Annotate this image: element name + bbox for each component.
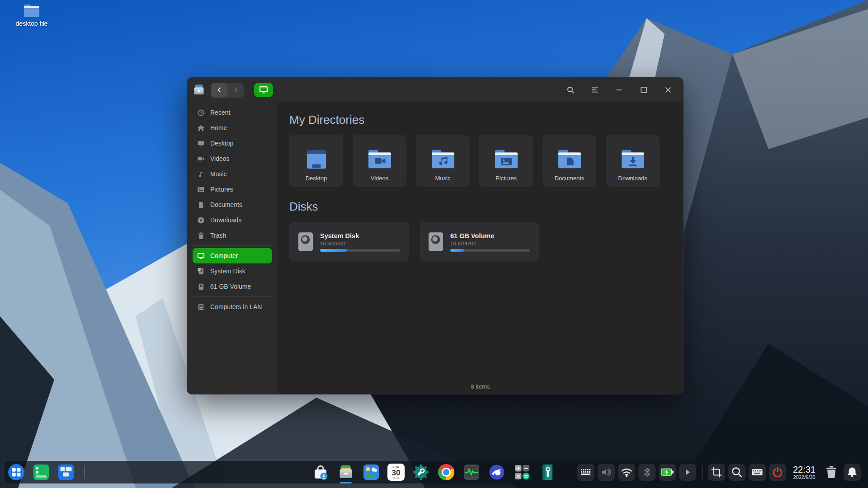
downloads-folder-icon — [619, 148, 647, 171]
document-icon — [197, 201, 205, 209]
sidebar-item-home[interactable]: Home — [193, 120, 272, 136]
sidebar-label: Music — [210, 170, 227, 178]
file-manager-window: Recent Home Desktop Videos Music — [187, 77, 684, 394]
shutdown-button[interactable] — [769, 464, 786, 481]
maximize-button[interactable] — [634, 82, 653, 98]
maximize-icon — [640, 86, 648, 94]
launcher-button[interactable] — [7, 463, 25, 481]
wifi-button[interactable] — [618, 464, 635, 481]
directory-label: Videos — [371, 175, 389, 182]
calendar-button[interactable]: JUN 30 THUR — [387, 464, 405, 481]
browser-button[interactable] — [488, 463, 506, 481]
sidebar-item-61gb-volume[interactable]: 61 GB Volume — [193, 279, 272, 294]
directory-label: Desktop — [306, 175, 327, 182]
desktop-file-label: desktop file — [8, 20, 55, 27]
hard-disk-icon — [298, 232, 313, 251]
disk-name: 61 GB Volume — [450, 232, 530, 239]
monitor-icon — [259, 86, 268, 94]
home-icon — [197, 124, 205, 132]
desktop-file-icon[interactable]: desktop file — [8, 4, 55, 27]
launcher-grid-icon — [8, 464, 25, 481]
sidebar-separator — [193, 317, 271, 317]
file-manager-dock-button[interactable] — [337, 463, 355, 481]
directory-music[interactable]: Music — [416, 135, 470, 187]
sidebar-item-pictures[interactable]: Pictures — [193, 182, 272, 197]
directory-desktop[interactable]: Desktop — [289, 135, 343, 187]
calculator-button[interactable] — [513, 463, 531, 481]
calculator-icon — [514, 464, 531, 481]
browser-icon — [488, 464, 505, 481]
sidebar-item-documents[interactable]: Documents — [193, 197, 272, 212]
forward-button[interactable] — [227, 83, 244, 98]
trash-dock-button[interactable] — [822, 463, 840, 481]
input-method-button[interactable] — [749, 464, 766, 481]
expand-tray-button[interactable] — [679, 464, 696, 481]
volume-button[interactable] — [598, 464, 615, 481]
disks-section-title: Disks — [289, 200, 671, 214]
status-bar: 8 items — [278, 379, 683, 394]
bluetooth-button[interactable] — [638, 464, 656, 481]
chevron-right-icon — [679, 464, 696, 481]
gallery-button[interactable] — [362, 463, 380, 481]
control-center-button[interactable] — [412, 463, 430, 481]
disks-grid: System Disk 16.9G/50G 61 GB Volume 10.6G… — [289, 222, 671, 262]
window-view-button[interactable] — [57, 463, 75, 481]
sidebar-label: 61 GB Volume — [210, 283, 251, 290]
sidebar-item-recent[interactable]: Recent — [193, 105, 272, 120]
directory-videos[interactable]: Videos — [353, 135, 406, 187]
app-store-button[interactable] — [311, 463, 330, 481]
pictures-folder-icon — [492, 148, 520, 171]
disk-61gb-volume[interactable]: 61 GB Volume 10.6G/61G — [420, 222, 539, 262]
sidebar-item-trash[interactable]: Trash — [193, 228, 272, 243]
sidebar-item-desktop[interactable]: Desktop — [193, 136, 272, 151]
chrome-button[interactable] — [437, 463, 455, 481]
directories-grid: Desktop Videos — [289, 135, 671, 187]
music-icon — [197, 170, 205, 178]
network-icon — [197, 303, 205, 311]
computer-tab[interactable] — [254, 83, 273, 97]
disk-icon — [197, 267, 205, 275]
minimize-button[interactable] — [610, 82, 629, 98]
sidebar-label: Recent — [210, 109, 230, 116]
sidebar-item-videos[interactable]: Videos — [193, 151, 272, 166]
sidebar-item-music[interactable]: Music — [193, 166, 272, 182]
sidebar-item-system-disk[interactable]: System Disk — [193, 263, 272, 279]
hard-disk-icon — [429, 232, 443, 251]
calendar-weekday: THUR — [393, 477, 399, 479]
main-content: My Directories Desktop — [278, 102, 683, 394]
onscreen-keyboard-button[interactable] — [577, 464, 594, 481]
notification-center-button[interactable] — [844, 464, 861, 481]
search-icon — [566, 86, 575, 94]
titlebar[interactable] — [187, 78, 683, 102]
battery-button[interactable] — [659, 464, 676, 481]
music-folder-icon — [429, 148, 457, 171]
menu-button[interactable] — [585, 82, 604, 98]
dock-app-group: JUN 30 THUR — [311, 463, 557, 481]
menu-icon — [591, 86, 599, 94]
sidebar: Recent Home Desktop Videos Music — [187, 102, 278, 394]
back-button[interactable] — [211, 83, 227, 98]
close-button[interactable] — [659, 82, 678, 98]
sidebar-item-computer[interactable]: Computer — [193, 248, 272, 263]
search-button[interactable] — [561, 82, 580, 98]
directory-documents[interactable]: Documents — [542, 135, 596, 187]
window-view-icon — [57, 464, 75, 481]
workspaces-button[interactable] — [32, 463, 50, 481]
dock-separator — [702, 465, 703, 479]
sidebar-item-downloads[interactable]: Downloads — [193, 212, 272, 228]
input-keyboard-icon — [749, 464, 766, 481]
directory-pictures[interactable]: Pictures — [479, 135, 533, 187]
toolbox-button[interactable] — [538, 463, 557, 481]
clock[interactable]: 22:31 2022/6/30 — [793, 465, 816, 480]
app-store-icon — [312, 464, 329, 481]
grand-search-button[interactable] — [728, 464, 745, 481]
screenshot-button[interactable] — [708, 464, 725, 481]
directories-section-title: My Directories — [289, 113, 671, 127]
directory-downloads[interactable]: Downloads — [606, 135, 660, 187]
close-icon — [664, 86, 672, 94]
system-monitor-button[interactable] — [462, 463, 481, 481]
sidebar-item-computers-in-lan[interactable]: Computers in LAN — [193, 299, 272, 314]
disk-system-disk[interactable]: System Disk 16.9G/50G — [289, 222, 409, 262]
computer-icon — [197, 252, 205, 260]
system-monitor-icon — [463, 464, 480, 481]
